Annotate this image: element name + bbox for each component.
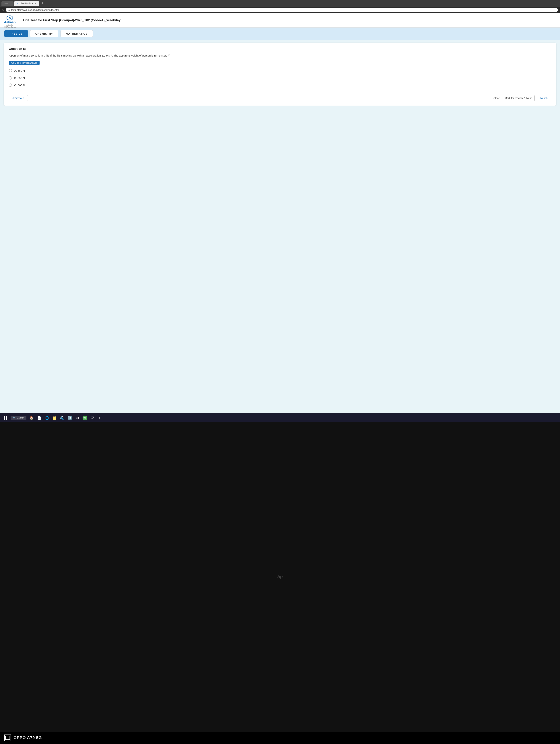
option-b-label: B. 550 N xyxy=(14,76,25,79)
windows-icon[interactable] xyxy=(3,415,8,420)
svg-rect-4 xyxy=(5,736,10,740)
tab-physics[interactable]: PHYSICS xyxy=(4,30,28,37)
watermark-icon xyxy=(4,735,11,741)
tab-inactive-label: ash xyxy=(4,2,8,5)
page-title: Unit Test for First Step (Group-4)-2026_… xyxy=(23,18,120,22)
mark-review-button[interactable]: Mark for Review & Next xyxy=(502,95,535,101)
option-b[interactable]: B. 550 N xyxy=(9,76,551,79)
radio-b[interactable] xyxy=(9,76,12,79)
dark-bottom: hp xyxy=(0,422,560,732)
tab-inactive-close[interactable]: × xyxy=(9,2,10,5)
secure-icon: ⇄ xyxy=(8,9,10,11)
taskbar-icon-edge[interactable]: 🌊 xyxy=(59,415,65,420)
browser-content: Aakash Medical|IIT-JEE|Foundations Unit … xyxy=(0,13,560,413)
url-bar[interactable]: ⇄ testplatform.aakash.ac.in/testpanel/in… xyxy=(6,8,558,12)
radio-a[interactable] xyxy=(9,69,12,72)
taskbar-icon-store[interactable]: 🗂️ xyxy=(52,415,57,420)
taskbar-icon-arrow[interactable]: ➡️ xyxy=(67,415,72,420)
search-placeholder: Search xyxy=(17,416,24,419)
taskbar-icon-circle[interactable]: ⊙ xyxy=(97,415,103,420)
tab-inactive[interactable]: ash × xyxy=(1,1,13,6)
tab-active-label: Test Platform xyxy=(21,2,33,5)
action-buttons: < Previous Clear Mark for Review & Next … xyxy=(9,92,551,101)
logo-subtitle: Medical|IIT-JEE|Foundations xyxy=(4,24,16,28)
clear-button[interactable]: Clear xyxy=(493,97,499,100)
search-icon: 🔍 xyxy=(13,416,16,419)
watermark-bar: OPPO A79 5G xyxy=(0,732,560,744)
logo-area: Aakash Medical|IIT-JEE|Foundations xyxy=(4,15,15,25)
option-a-label: A. 660 N xyxy=(14,69,25,72)
svg-rect-1 xyxy=(6,416,7,418)
taskbar-icon-globe[interactable]: 🌐 xyxy=(44,415,49,420)
tab-bar: ash × ⊙ Test Platform × + xyxy=(0,0,560,7)
option-c[interactable]: C. 600 N xyxy=(9,83,551,87)
tab-icon: ⊙ xyxy=(17,2,19,5)
radio-c[interactable] xyxy=(9,83,12,87)
header-divider xyxy=(19,16,19,25)
reload-icon[interactable]: ↻ xyxy=(2,8,4,11)
question-text: A person of mass 60 kg is in a lift. If … xyxy=(9,53,551,58)
taskbar-icon-2[interactable]: 📄 xyxy=(37,415,42,420)
taskbar: 🔍 Search 🏠 📄 🌐 🗂️ 🌊 ➡️ 🗂 0.0 🛡 ⊙ xyxy=(0,414,560,422)
taskbar-icon-shield[interactable]: 🛡 xyxy=(90,415,95,420)
options-list: A. 660 N B. 550 N C. 600 N xyxy=(9,69,551,87)
svg-rect-3 xyxy=(6,418,7,420)
taskbar-icon-folder[interactable]: 🗂 xyxy=(75,415,80,420)
svg-rect-2 xyxy=(4,418,5,420)
option-c-label: C. 600 N xyxy=(14,84,25,87)
question-area: Question 5: A person of mass 60 kg is in… xyxy=(4,43,556,106)
svg-rect-0 xyxy=(4,416,5,418)
next-button[interactable]: Next > xyxy=(537,95,551,101)
address-bar: ↻ ⇄ testplatform.aakash.ac.in/testpanel/… xyxy=(0,7,560,13)
logo-name: Aakash xyxy=(4,21,16,24)
question-number: Question 5: xyxy=(9,47,551,51)
taskbar-icon-1[interactable]: 🏠 xyxy=(29,415,34,420)
new-tab-button[interactable]: + xyxy=(40,1,45,6)
option-a[interactable]: A. 660 N xyxy=(9,69,551,72)
logo-circle xyxy=(7,15,13,21)
watermark-text: OPPO A79 5G xyxy=(13,736,42,740)
tab-mathematics[interactable]: MATHEMATICS xyxy=(61,30,93,37)
subject-tabs: PHYSICS CHEMISTRY MATHEMATICS xyxy=(0,28,560,40)
search-bar[interactable]: 🔍 Search xyxy=(10,416,27,420)
tab-active-close[interactable]: × xyxy=(35,2,36,5)
previous-button[interactable]: < Previous xyxy=(9,95,28,101)
answer-type-badge: Only one correct answer xyxy=(9,61,40,65)
tab-active[interactable]: ⊙ Test Platform × xyxy=(14,1,39,6)
app-header: Aakash Medical|IIT-JEE|Foundations Unit … xyxy=(0,13,560,28)
tab-chemistry[interactable]: CHEMISTRY xyxy=(30,30,58,37)
logo-img: Aakash Medical|IIT-JEE|Foundations xyxy=(4,15,15,25)
hp-logo: hp xyxy=(277,574,283,579)
url-text: testplatform.aakash.ac.in/testpanel/inde… xyxy=(11,8,59,11)
taskbar-icon-settings[interactable]: 0.0 xyxy=(83,416,87,420)
